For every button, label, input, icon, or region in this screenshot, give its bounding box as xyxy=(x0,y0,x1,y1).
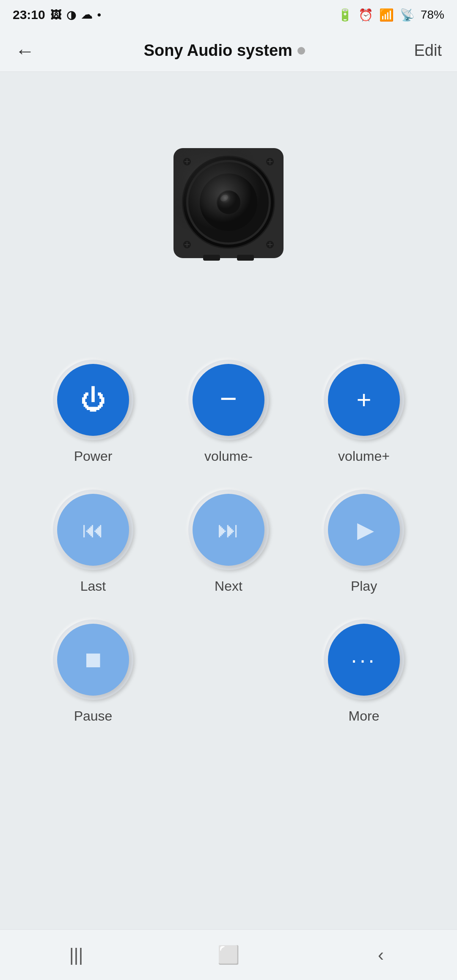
pause-btn-wrap: ⏹ xyxy=(53,619,133,700)
more-button[interactable]: ··· xyxy=(328,624,400,696)
back-nav-icon: ‹ xyxy=(378,945,384,965)
time-display: 23:10 xyxy=(13,8,45,22)
more-btn-wrap: ··· xyxy=(324,619,404,700)
dot-icon: • xyxy=(97,8,101,22)
photo-icon: 🖼 xyxy=(50,8,61,22)
last-button[interactable]: ⏮ xyxy=(57,494,129,566)
last-btn-wrap: ⏮ xyxy=(53,490,133,570)
status-left: 23:10 🖼 ◑ ☁ • xyxy=(13,8,101,22)
nav-title-area: Sony Audio system xyxy=(144,41,305,60)
battery-level: 78% xyxy=(421,8,444,22)
volume-down-control: − volume- xyxy=(169,360,288,464)
status-right: 🔋 ⏰ 📶 📡 78% xyxy=(338,8,444,22)
pause-button[interactable]: ⏹ xyxy=(57,624,129,696)
back-button[interactable]: ← xyxy=(15,39,35,62)
volume-up-btn-wrap: + xyxy=(324,360,404,440)
next-button[interactable]: ⏭ xyxy=(193,494,264,566)
page-title: Sony Audio system xyxy=(144,41,292,60)
circle-icon: ◑ xyxy=(66,8,76,22)
volume-down-btn-wrap: − xyxy=(188,360,269,440)
controls-area: ⏻ Power − volume- + volume+ xyxy=(0,334,457,741)
power-button[interactable]: ⏻ xyxy=(57,364,129,436)
edit-button[interactable]: Edit xyxy=(414,41,442,60)
svg-point-20 xyxy=(217,191,240,213)
pause-label: Pause xyxy=(74,708,113,724)
power-control: ⏻ Power xyxy=(34,360,152,464)
play-label: Play xyxy=(351,578,377,594)
bottom-nav: ||| ⬜ ‹ xyxy=(0,929,457,980)
plus-icon: + xyxy=(356,387,371,413)
volume-up-button[interactable]: + xyxy=(328,364,400,436)
status-bar: 23:10 🖼 ◑ ☁ • 🔋 ⏰ 📶 📡 78% xyxy=(0,0,457,30)
play-btn-wrap: ▶ xyxy=(324,490,404,570)
more-icon: ··· xyxy=(351,647,377,672)
cloud-icon: ☁ xyxy=(81,8,92,22)
home-button[interactable]: ⬜ xyxy=(203,938,254,972)
play-button[interactable]: ▶ xyxy=(328,494,400,566)
next-label: Next xyxy=(215,578,242,594)
recent-apps-button[interactable]: ||| xyxy=(51,938,102,972)
play-control: ▶ Play xyxy=(305,490,423,594)
pause-icon: ⏹ xyxy=(82,647,104,672)
more-control: ··· More xyxy=(305,619,423,724)
power-btn-wrap: ⏻ xyxy=(53,360,133,440)
speaker-image xyxy=(165,140,292,267)
svg-rect-23 xyxy=(237,255,254,261)
home-icon: ⬜ xyxy=(217,944,240,965)
volume-up-control: + volume+ xyxy=(305,360,423,464)
alarm-icon: ⏰ xyxy=(358,8,373,22)
volume-down-button[interactable]: − xyxy=(193,364,264,436)
connection-status-dot xyxy=(297,47,305,55)
next-control: ⏭ Next xyxy=(169,490,288,594)
device-image-area xyxy=(0,72,457,334)
next-btn-wrap: ⏭ xyxy=(188,490,269,570)
minus-icon: − xyxy=(220,384,237,413)
nav-bar: ← Sony Audio system Edit xyxy=(0,30,457,72)
prev-icon: ⏮ xyxy=(82,517,104,542)
back-nav-button[interactable]: ‹ xyxy=(355,938,406,972)
wifi-icon: 📶 xyxy=(379,8,394,22)
more-label: More xyxy=(349,708,380,724)
volume-down-label: volume- xyxy=(204,449,253,464)
last-label: Last xyxy=(80,578,106,594)
controls-grid: ⏻ Power − volume- + volume+ xyxy=(34,360,423,724)
recent-apps-icon: ||| xyxy=(69,945,83,965)
next-icon: ⏭ xyxy=(217,517,240,542)
pause-control: ⏹ Pause xyxy=(34,619,152,724)
battery-icon: 🔋 xyxy=(338,8,352,22)
volume-up-label: volume+ xyxy=(338,449,390,464)
signal-icon: 📡 xyxy=(400,8,415,22)
last-control: ⏮ Last xyxy=(34,490,152,594)
play-icon: ▶ xyxy=(357,517,374,542)
power-icon: ⏻ xyxy=(80,387,106,413)
svg-rect-22 xyxy=(203,255,220,261)
power-label: Power xyxy=(74,449,113,464)
